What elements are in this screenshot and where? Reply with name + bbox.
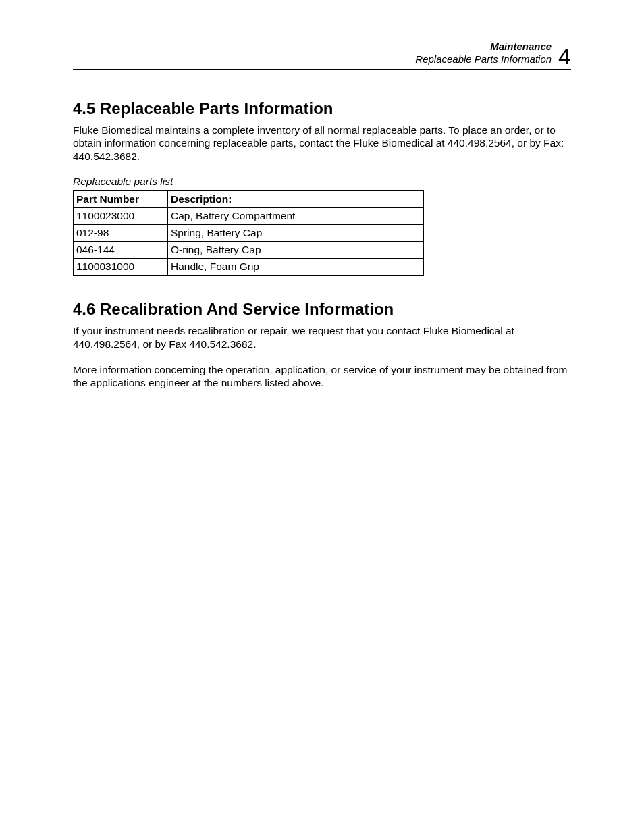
cell-description: Spring, Battery Cap — [168, 224, 424, 241]
cell-part-number: 012-98 — [74, 224, 168, 241]
running-header-line1: Maintenance — [415, 41, 552, 53]
table-row: 1100031000 Handle, Foam Grip — [74, 258, 424, 275]
table-row: 046-144 O-ring, Battery Cap — [74, 241, 424, 258]
running-header-titles: Maintenance Replaceable Parts Informatio… — [415, 41, 552, 66]
section-4-6-paragraph-1: If your instrument needs recalibration o… — [73, 324, 571, 351]
cell-part-number: 046-144 — [74, 241, 168, 258]
col-header-description: Description: — [168, 190, 424, 207]
cell-description: Handle, Foam Grip — [168, 258, 424, 275]
parts-table: Part Number Description: 1100023000 Cap,… — [73, 190, 424, 276]
cell-part-number: 1100023000 — [74, 207, 168, 224]
col-header-part-number: Part Number — [74, 190, 168, 207]
cell-description: Cap, Battery Compartment — [168, 207, 424, 224]
section-4-5-heading: 4.5 Replaceable Parts Information — [73, 99, 571, 118]
cell-part-number: 1100031000 — [74, 258, 168, 275]
parts-table-caption: Replaceable parts list — [73, 176, 571, 188]
section-4-5-paragraph: Fluke Biomedical maintains a complete in… — [73, 124, 571, 163]
running-header-line2: Replaceable Parts Information — [415, 53, 552, 66]
section-4-6-paragraph-2: More information concerning the operatio… — [73, 363, 571, 390]
table-row: 1100023000 Cap, Battery Compartment — [74, 207, 424, 224]
chapter-number: 4 — [558, 45, 571, 68]
section-4-6-heading: 4.6 Recalibration And Service Informatio… — [73, 300, 571, 319]
cell-description: O-ring, Battery Cap — [168, 241, 424, 258]
table-header-row: Part Number Description: — [74, 190, 424, 207]
table-row: 012-98 Spring, Battery Cap — [74, 224, 424, 241]
running-header: Maintenance Replaceable Parts Informatio… — [73, 41, 571, 70]
